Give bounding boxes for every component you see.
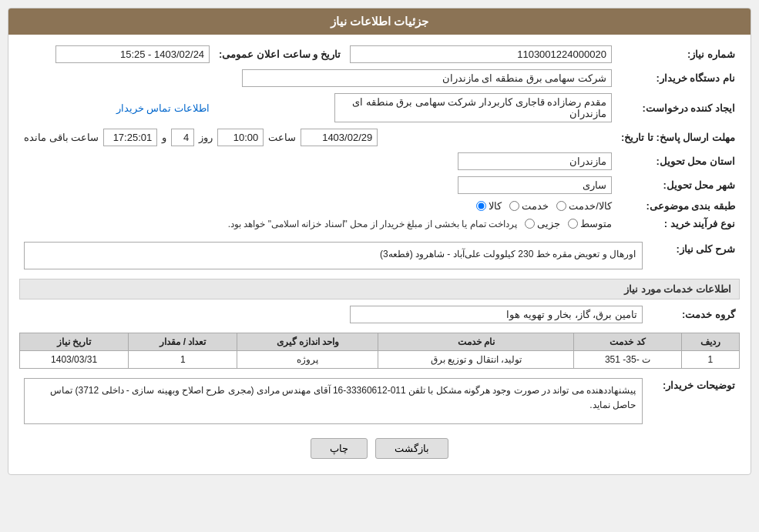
col-header-5: تاریخ نیاز <box>20 333 129 351</box>
nam-dastgah-label: نام دستگاه خریدار: <box>616 66 740 90</box>
khadamat-section-header: اطلاعات خدمات مورد نیاز <box>19 279 740 299</box>
tarikh-label: تاریخ و ساعت اعلان عمومی: <box>214 42 345 66</box>
ijad-konande-value: مقدم رضازاده قاجاری کاربردار شرکت سهامی … <box>334 93 612 122</box>
saat-label: ساعت <box>268 132 296 143</box>
radio-motevaset-label: متوسط <box>580 218 612 229</box>
mohlat-label: مهلت ارسال پاسخ: تا تاریخ: <box>616 125 740 149</box>
ostan-value: مازندران <box>458 152 612 170</box>
cell-radif-0: 1 <box>681 351 739 369</box>
sharh-value: اورهال و تعویض مقره خط 230 کیلوولت علی‌آ… <box>24 242 643 269</box>
nam-dastgah-value: شرکت سهامی برق منطقه ای مازندران <box>242 69 612 87</box>
grooh-label: گروه خدمت: <box>647 303 740 326</box>
radio-kala-input[interactable] <box>476 201 486 211</box>
shomare-niaz-label: شماره نیاز: <box>616 42 740 66</box>
buttons-row: بازگشت چاپ <box>19 438 740 459</box>
baghimande-value: 17:25:01 <box>103 129 157 146</box>
services-table: ردیفکد خدمتنام خدمتواحد اندازه گیریتعداد… <box>19 333 740 369</box>
ostan-label: استان محل تحویل: <box>616 149 740 173</box>
radio-jozi[interactable]: جزیی <box>525 218 560 229</box>
tabaghebandi-label: طبقه بندی موضوعی: <box>616 197 740 215</box>
print-button[interactable]: چاپ <box>311 438 368 459</box>
cell-name-0: تولید، انتقال و توزیع برق <box>378 351 574 369</box>
tarikh-value: 1403/02/24 - 15:25 <box>55 45 210 63</box>
col-header-0: ردیف <box>681 333 739 351</box>
cell-vahed-0: پروژه <box>237 351 378 369</box>
col-header-1: کد خدمت <box>574 333 681 351</box>
col-header-3: واحد اندازه گیری <box>237 333 378 351</box>
va-label: و <box>162 132 166 143</box>
sharh-label: شرح کلی نیاز: <box>647 239 740 273</box>
radio-motevaset-input[interactable] <box>568 219 578 229</box>
radio-khedmat-input[interactable] <box>509 201 519 211</box>
grooh-value: تامین برق، گاز، بخار و تهویه هوا <box>350 306 643 323</box>
saat-value: 10:00 <box>217 129 264 146</box>
contact-info-link[interactable]: اطلاعات تماس خریدار <box>116 102 210 114</box>
radio-kala[interactable]: کالا <box>476 200 502 212</box>
radio-kala-label: کالا <box>489 200 502 212</box>
noe-farayand-label: نوع فرآیند خرید : <box>616 215 740 233</box>
ijad-konande-label: ایجاد کننده درخواست: <box>616 90 740 125</box>
farayand-note: پرداخت تمام یا بخشی از مبلغ خریدار از مح… <box>228 219 517 229</box>
radio-jozi-input[interactable] <box>525 219 535 229</box>
buyer-note-value: پیشنهاددهنده می تواند در صورت وجود هرگون… <box>24 378 643 424</box>
radio-khedmat-label: خدمت <box>522 200 549 212</box>
cell-tarikh-0: 1403/03/31 <box>20 351 129 369</box>
radio-kala-khedmat-input[interactable] <box>556 201 566 211</box>
page-title: جزئیات اطلاعات نیاز <box>8 8 751 35</box>
col-header-4: تعداد / مقدار <box>129 333 237 351</box>
radio-khedmat[interactable]: خدمت <box>509 200 549 212</box>
shahr-value: ساری <box>458 176 612 194</box>
baghimande-label: ساعت باقی مانده <box>24 132 99 143</box>
radio-kala-khedmat[interactable]: کالا/خدمت <box>556 200 612 212</box>
buyer-note-label: توضیحات خریدار: <box>647 375 740 427</box>
table-row: 1ت -35- 351تولید، انتقال و توزیع برقپروژ… <box>20 351 740 369</box>
radio-jozi-label: جزیی <box>537 218 560 229</box>
cell-kod-0: ت -35- 351 <box>574 351 681 369</box>
shomare-niaz-value: 1103001224000020 <box>350 45 612 63</box>
radio-kala-khedmat-label: کالا/خدمت <box>569 200 612 212</box>
date-value: 1403/02/29 <box>301 129 378 146</box>
cell-tedad-0: 1 <box>129 351 237 369</box>
shahr-label: شهر محل تحویل: <box>616 173 740 197</box>
roz-value: 4 <box>171 129 194 146</box>
back-button[interactable]: بازگشت <box>375 438 448 459</box>
radio-motevaset[interactable]: متوسط <box>568 218 612 229</box>
roz-label: روز <box>199 132 213 143</box>
col-header-2: نام خدمت <box>378 333 574 351</box>
